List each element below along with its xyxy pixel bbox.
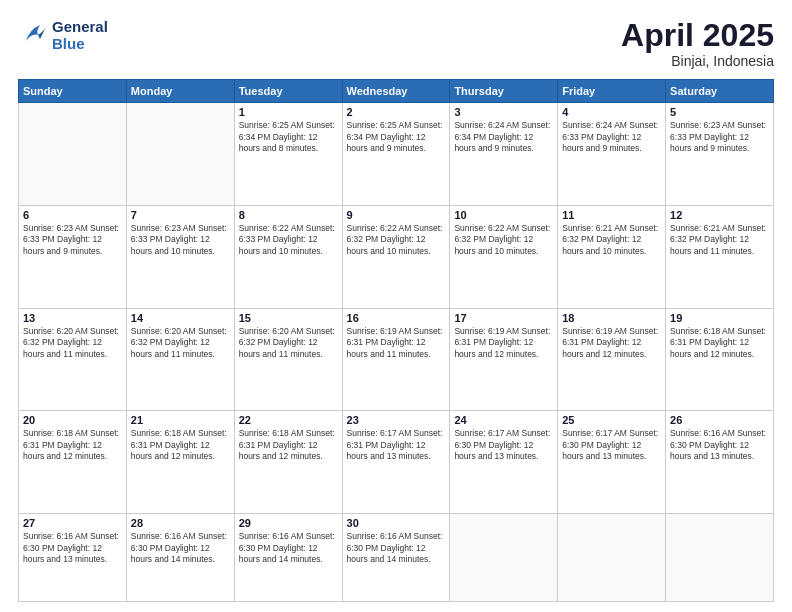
day-number: 8	[239, 209, 338, 221]
day-cell: 3Sunrise: 6:24 AM Sunset: 6:34 PM Daylig…	[450, 103, 558, 206]
day-info: Sunrise: 6:18 AM Sunset: 6:31 PM Dayligh…	[131, 428, 230, 462]
col-saturday: Saturday	[666, 80, 774, 103]
day-number: 29	[239, 517, 338, 529]
week-row-3: 13Sunrise: 6:20 AM Sunset: 6:32 PM Dayli…	[19, 308, 774, 411]
day-cell: 30Sunrise: 6:16 AM Sunset: 6:30 PM Dayli…	[342, 514, 450, 602]
day-info: Sunrise: 6:22 AM Sunset: 6:33 PM Dayligh…	[239, 223, 338, 257]
day-cell: 20Sunrise: 6:18 AM Sunset: 6:31 PM Dayli…	[19, 411, 127, 514]
day-cell: 2Sunrise: 6:25 AM Sunset: 6:34 PM Daylig…	[342, 103, 450, 206]
day-cell: 23Sunrise: 6:17 AM Sunset: 6:31 PM Dayli…	[342, 411, 450, 514]
day-cell	[126, 103, 234, 206]
day-cell: 4Sunrise: 6:24 AM Sunset: 6:33 PM Daylig…	[558, 103, 666, 206]
calendar-table: Sunday Monday Tuesday Wednesday Thursday…	[18, 79, 774, 602]
day-cell: 7Sunrise: 6:23 AM Sunset: 6:33 PM Daylig…	[126, 205, 234, 308]
day-info: Sunrise: 6:25 AM Sunset: 6:34 PM Dayligh…	[347, 120, 446, 154]
day-info: Sunrise: 6:25 AM Sunset: 6:34 PM Dayligh…	[239, 120, 338, 154]
day-number: 9	[347, 209, 446, 221]
col-tuesday: Tuesday	[234, 80, 342, 103]
day-info: Sunrise: 6:19 AM Sunset: 6:31 PM Dayligh…	[347, 326, 446, 360]
day-cell: 26Sunrise: 6:16 AM Sunset: 6:30 PM Dayli…	[666, 411, 774, 514]
day-info: Sunrise: 6:19 AM Sunset: 6:31 PM Dayligh…	[454, 326, 553, 360]
day-info: Sunrise: 6:16 AM Sunset: 6:30 PM Dayligh…	[347, 531, 446, 565]
day-cell: 27Sunrise: 6:16 AM Sunset: 6:30 PM Dayli…	[19, 514, 127, 602]
day-info: Sunrise: 6:20 AM Sunset: 6:32 PM Dayligh…	[131, 326, 230, 360]
day-number: 4	[562, 106, 661, 118]
day-cell: 9Sunrise: 6:22 AM Sunset: 6:32 PM Daylig…	[342, 205, 450, 308]
week-row-1: 1Sunrise: 6:25 AM Sunset: 6:34 PM Daylig…	[19, 103, 774, 206]
day-number: 21	[131, 414, 230, 426]
day-info: Sunrise: 6:16 AM Sunset: 6:30 PM Dayligh…	[23, 531, 122, 565]
day-cell: 21Sunrise: 6:18 AM Sunset: 6:31 PM Dayli…	[126, 411, 234, 514]
day-cell: 6Sunrise: 6:23 AM Sunset: 6:33 PM Daylig…	[19, 205, 127, 308]
calendar-title: April 2025	[621, 18, 774, 53]
page: General Blue April 2025 Binjai, Indonesi…	[0, 0, 792, 612]
day-info: Sunrise: 6:21 AM Sunset: 6:32 PM Dayligh…	[670, 223, 769, 257]
title-block: April 2025 Binjai, Indonesia	[621, 18, 774, 69]
week-row-2: 6Sunrise: 6:23 AM Sunset: 6:33 PM Daylig…	[19, 205, 774, 308]
day-cell: 25Sunrise: 6:17 AM Sunset: 6:30 PM Dayli…	[558, 411, 666, 514]
day-cell	[450, 514, 558, 602]
day-cell: 28Sunrise: 6:16 AM Sunset: 6:30 PM Dayli…	[126, 514, 234, 602]
day-number: 3	[454, 106, 553, 118]
day-number: 22	[239, 414, 338, 426]
day-info: Sunrise: 6:18 AM Sunset: 6:31 PM Dayligh…	[670, 326, 769, 360]
day-number: 17	[454, 312, 553, 324]
day-number: 1	[239, 106, 338, 118]
day-number: 19	[670, 312, 769, 324]
day-info: Sunrise: 6:17 AM Sunset: 6:30 PM Dayligh…	[562, 428, 661, 462]
day-cell: 16Sunrise: 6:19 AM Sunset: 6:31 PM Dayli…	[342, 308, 450, 411]
day-info: Sunrise: 6:23 AM Sunset: 6:33 PM Dayligh…	[23, 223, 122, 257]
col-friday: Friday	[558, 80, 666, 103]
day-info: Sunrise: 6:18 AM Sunset: 6:31 PM Dayligh…	[239, 428, 338, 462]
day-number: 23	[347, 414, 446, 426]
day-info: Sunrise: 6:24 AM Sunset: 6:34 PM Dayligh…	[454, 120, 553, 154]
calendar-location: Binjai, Indonesia	[621, 53, 774, 69]
day-info: Sunrise: 6:24 AM Sunset: 6:33 PM Dayligh…	[562, 120, 661, 154]
day-number: 13	[23, 312, 122, 324]
day-number: 10	[454, 209, 553, 221]
day-info: Sunrise: 6:16 AM Sunset: 6:30 PM Dayligh…	[239, 531, 338, 565]
day-cell: 8Sunrise: 6:22 AM Sunset: 6:33 PM Daylig…	[234, 205, 342, 308]
day-number: 24	[454, 414, 553, 426]
day-number: 26	[670, 414, 769, 426]
day-info: Sunrise: 6:23 AM Sunset: 6:33 PM Dayligh…	[670, 120, 769, 154]
day-number: 14	[131, 312, 230, 324]
day-cell: 22Sunrise: 6:18 AM Sunset: 6:31 PM Dayli…	[234, 411, 342, 514]
day-info: Sunrise: 6:19 AM Sunset: 6:31 PM Dayligh…	[562, 326, 661, 360]
day-number: 27	[23, 517, 122, 529]
header-row: Sunday Monday Tuesday Wednesday Thursday…	[19, 80, 774, 103]
day-info: Sunrise: 6:16 AM Sunset: 6:30 PM Dayligh…	[131, 531, 230, 565]
day-info: Sunrise: 6:18 AM Sunset: 6:31 PM Dayligh…	[23, 428, 122, 462]
day-info: Sunrise: 6:17 AM Sunset: 6:31 PM Dayligh…	[347, 428, 446, 462]
day-cell: 24Sunrise: 6:17 AM Sunset: 6:30 PM Dayli…	[450, 411, 558, 514]
day-cell	[19, 103, 127, 206]
day-number: 18	[562, 312, 661, 324]
day-cell	[558, 514, 666, 602]
day-number: 2	[347, 106, 446, 118]
day-cell: 17Sunrise: 6:19 AM Sunset: 6:31 PM Dayli…	[450, 308, 558, 411]
col-thursday: Thursday	[450, 80, 558, 103]
day-number: 5	[670, 106, 769, 118]
logo: General Blue	[18, 18, 108, 52]
day-info: Sunrise: 6:23 AM Sunset: 6:33 PM Dayligh…	[131, 223, 230, 257]
day-info: Sunrise: 6:16 AM Sunset: 6:30 PM Dayligh…	[670, 428, 769, 462]
day-number: 11	[562, 209, 661, 221]
day-cell	[666, 514, 774, 602]
day-cell: 10Sunrise: 6:22 AM Sunset: 6:32 PM Dayli…	[450, 205, 558, 308]
day-cell: 29Sunrise: 6:16 AM Sunset: 6:30 PM Dayli…	[234, 514, 342, 602]
day-cell: 14Sunrise: 6:20 AM Sunset: 6:32 PM Dayli…	[126, 308, 234, 411]
col-monday: Monday	[126, 80, 234, 103]
day-number: 7	[131, 209, 230, 221]
day-cell: 13Sunrise: 6:20 AM Sunset: 6:32 PM Dayli…	[19, 308, 127, 411]
day-number: 25	[562, 414, 661, 426]
logo-text: General Blue	[52, 18, 108, 52]
day-number: 20	[23, 414, 122, 426]
day-cell: 12Sunrise: 6:21 AM Sunset: 6:32 PM Dayli…	[666, 205, 774, 308]
week-row-5: 27Sunrise: 6:16 AM Sunset: 6:30 PM Dayli…	[19, 514, 774, 602]
day-cell: 1Sunrise: 6:25 AM Sunset: 6:34 PM Daylig…	[234, 103, 342, 206]
week-row-4: 20Sunrise: 6:18 AM Sunset: 6:31 PM Dayli…	[19, 411, 774, 514]
day-number: 16	[347, 312, 446, 324]
day-number: 15	[239, 312, 338, 324]
day-cell: 15Sunrise: 6:20 AM Sunset: 6:32 PM Dayli…	[234, 308, 342, 411]
day-info: Sunrise: 6:21 AM Sunset: 6:32 PM Dayligh…	[562, 223, 661, 257]
